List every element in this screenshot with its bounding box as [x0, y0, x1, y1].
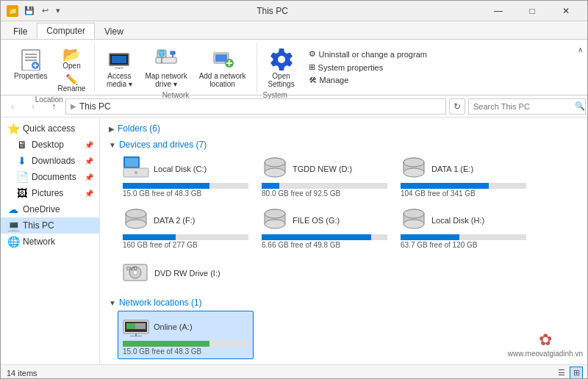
- folders-section-header[interactable]: ▶ Folders (6): [106, 120, 583, 137]
- drive-top-data2-f: DATA 2 (F:): [123, 208, 248, 232]
- grid-view-button[interactable]: ⊞: [570, 367, 583, 380]
- svg-rect-17: [215, 54, 227, 62]
- sidebar-item-network[interactable]: 🌐 Network: [1, 234, 99, 250]
- path-arrow: ▶: [71, 102, 76, 110]
- status-bar: 14 items ☰ ⊞: [1, 364, 588, 379]
- search-icon: 🔍: [575, 101, 585, 111]
- tab-file[interactable]: File: [4, 24, 37, 39]
- access-media-button[interactable]: Accessmedia ▾: [101, 46, 137, 90]
- rename-button[interactable]: ✏️ Rename: [55, 73, 89, 94]
- network-drive-fill: [123, 341, 209, 347]
- qs-save[interactable]: 💾: [21, 4, 37, 17]
- drive-item-tgdd-d[interactable]: TGDD NEW (D:) 80.0 GB free of 92.5 GB: [257, 153, 392, 201]
- drive-fill-data1-e: [401, 183, 489, 189]
- drive-name-fileos-g: FILE OS (G:): [293, 216, 387, 225]
- sidebar-item-onedrive[interactable]: ☁ OneDrive: [1, 201, 99, 217]
- onedrive-label: OneDrive: [23, 204, 60, 214]
- add-network-button[interactable]: Add a networklocation: [195, 46, 251, 90]
- minimize-button[interactable]: —: [481, 1, 515, 21]
- sidebar-item-this-pc[interactable]: 💻 This PC: [1, 217, 99, 234]
- maximize-button[interactable]: □: [515, 1, 549, 21]
- open-label: Open: [62, 62, 80, 70]
- properties-button[interactable]: Properties: [10, 46, 52, 82]
- manage-icon: 🛠: [309, 76, 317, 84]
- quick-save-buttons: 💾 ↩ ▾: [21, 4, 63, 17]
- watermark: ✿ www.meovatgiadinh.vn: [508, 331, 583, 358]
- open-settings-label: OpenSettings: [268, 72, 295, 88]
- forward-button[interactable]: ›: [24, 98, 42, 115]
- drive-free-data2-f: 160 GB free of 277 GB: [123, 241, 248, 249]
- svg-rect-23: [125, 158, 138, 167]
- ribbon: File Computer View: [1, 21, 588, 95]
- dvd-item[interactable]: DVD DVD RW Drive (I:): [118, 256, 254, 290]
- watermark-flower: ✿: [539, 331, 552, 350]
- drive-top-data1-e: DATA 1 (E:): [401, 156, 526, 181]
- search-input[interactable]: [473, 102, 575, 111]
- drive-progress-tgdd-d: [262, 183, 387, 189]
- drive-icon-local-c: [123, 156, 149, 181]
- drive-free-tgdd-d: 80.0 GB free of 92.5 GB: [262, 190, 387, 198]
- drive-info-tgdd-d: TGDD NEW (D:): [293, 165, 387, 173]
- uninstall-label: Uninstall or change a program: [319, 50, 427, 59]
- open-settings-button[interactable]: OpenSettings: [263, 46, 300, 90]
- drive-item-local-h[interactable]: Local Disk (H:) 63.7 GB free of 120 GB: [395, 204, 531, 253]
- dvd-icon-wrap: DVD: [122, 259, 148, 287]
- network-drive-icon-wrap: [123, 314, 149, 339]
- drive-item-data2-f[interactable]: DATA 2 (F:) 160 GB free of 277 GB: [118, 204, 254, 253]
- network-section-header[interactable]: ▼ Network locations (1): [106, 295, 583, 311]
- manage-button[interactable]: 🛠 Manage: [306, 75, 430, 85]
- drive-icon-data1-e: [401, 156, 427, 181]
- address-path[interactable]: ▶ This PC: [65, 98, 446, 115]
- open-rename-group: 📂 Open ✏️ Rename: [55, 46, 89, 94]
- search-box: 🔍: [468, 98, 586, 115]
- tab-computer[interactable]: Computer: [37, 23, 95, 39]
- sidebar-item-downloads[interactable]: ⬇ Downloads 📌: [1, 153, 99, 169]
- sidebar-item-pictures[interactable]: 🖼 Pictures 📌: [1, 185, 99, 201]
- devices-section-header[interactable]: ▼ Devices and drives (7): [106, 137, 583, 153]
- back-button[interactable]: ‹: [4, 98, 21, 115]
- svg-text:DVD: DVD: [126, 266, 137, 271]
- drive-item-local-c[interactable]: Local Disk (C:) 15.0 GB free of 48.3 GB: [118, 153, 254, 201]
- drive-fill-data2-f: [123, 234, 176, 240]
- drive-info-data1-e: DATA 1 (E:): [431, 165, 526, 173]
- drive-item-data1-e[interactable]: DATA 1 (E:) 104 GB free of 341 GB: [395, 153, 531, 201]
- system-props-icon: ⊞: [309, 62, 315, 72]
- add-network-icon: [211, 47, 234, 71]
- downloads-label: Downloads: [32, 156, 75, 166]
- up-button[interactable]: ↑: [45, 98, 62, 115]
- svg-point-28: [265, 168, 285, 177]
- open-button[interactable]: 📂 Open: [55, 46, 89, 71]
- item-count: 14 items: [7, 369, 37, 378]
- open-settings-icon: [270, 47, 293, 71]
- sidebar-item-desktop[interactable]: 🖥 Desktop 📌: [1, 137, 99, 153]
- drive-fill-local-h: [401, 234, 459, 240]
- add-network-label: Add a networklocation: [199, 72, 246, 88]
- ribbon-collapse[interactable]: ∧: [575, 43, 586, 92]
- folders-chevron: ▶: [109, 125, 115, 133]
- open-icon: 📂: [62, 47, 81, 62]
- map-network-button[interactable]: 🌐 Map networkdrive ▾: [140, 46, 191, 90]
- svg-point-33: [404, 158, 424, 167]
- drive-item-fileos-g[interactable]: FILE OS (G:) 6.66 GB free of 49.8 GB: [257, 204, 392, 253]
- qs-undo[interactable]: ↩: [39, 4, 51, 17]
- qs-dropdown[interactable]: ▾: [53, 4, 63, 17]
- documents-pin: 📌: [85, 173, 93, 181]
- svg-text:🌐: 🌐: [158, 49, 165, 57]
- drive-icon-local-h: [401, 208, 427, 232]
- sidebar-item-documents[interactable]: 📄 Documents 📌: [1, 169, 99, 185]
- system-properties-button[interactable]: ⊞ System properties: [306, 62, 430, 73]
- svg-point-40: [265, 220, 285, 228]
- uninstall-button[interactable]: ⚙ Uninstall or change a program: [306, 48, 430, 59]
- drive-icon-tgdd-d: [262, 156, 288, 181]
- drive-name-data1-e: DATA 1 (E:): [431, 165, 526, 173]
- refresh-button[interactable]: ↻: [449, 98, 465, 115]
- list-view-button[interactable]: ☰: [555, 367, 568, 380]
- tab-view[interactable]: View: [95, 24, 133, 39]
- thispc-icon: 💻: [7, 220, 20, 231]
- drive-name-tgdd-d: TGDD NEW (D:): [293, 165, 387, 173]
- sidebar-item-quickaccess[interactable]: ⭐ Quick access: [1, 120, 99, 137]
- close-button[interactable]: ✕: [549, 1, 583, 21]
- drive-progress-local-h: [401, 234, 526, 240]
- drive-info-fileos-g: FILE OS (G:): [293, 216, 387, 225]
- network-drive-item[interactable]: Online (A:) 15.0 GB free of 48.3 GB: [118, 311, 254, 359]
